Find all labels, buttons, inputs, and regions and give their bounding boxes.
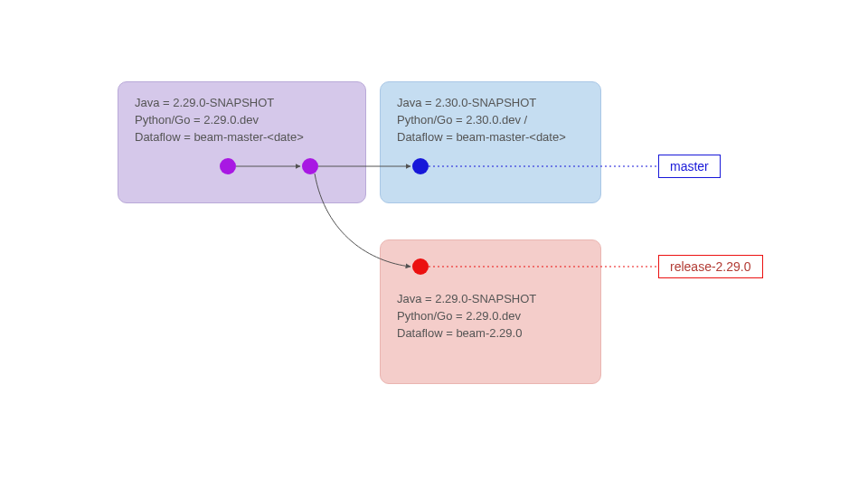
branch-label-release: release-2.29.0 — [658, 255, 763, 278]
branch-label-text: master — [670, 159, 709, 174]
python-go-version: Python/Go = 2.29.0.dev — [135, 112, 349, 129]
commit-pre-2 — [302, 158, 318, 174]
java-version: Java = 2.29.0-SNAPSHOT — [397, 291, 584, 308]
commit-release — [412, 258, 429, 275]
dataflow-version: Dataflow = beam-master-<date> — [135, 129, 349, 146]
commit-pre-1 — [220, 158, 236, 174]
java-version: Java = 2.29.0-SNAPSHOT — [135, 95, 349, 112]
diagram-canvas: Java = 2.29.0-SNAPSHOT Python/Go = 2.29.… — [0, 0, 868, 488]
box-pre-branch: Java = 2.29.0-SNAPSHOT Python/Go = 2.29.… — [118, 81, 366, 203]
java-version: Java = 2.30.0-SNAPSHOT — [397, 95, 584, 112]
python-go-version: Python/Go = 2.29.0.dev — [397, 308, 584, 325]
box-master-next: Java = 2.30.0-SNAPSHOT Python/Go = 2.30.… — [380, 81, 601, 203]
python-go-version: Python/Go = 2.30.0.dev / — [397, 112, 584, 129]
branch-label-text: release-2.29.0 — [670, 259, 751, 274]
dataflow-version: Dataflow = beam-2.29.0 — [397, 325, 584, 343]
dataflow-version: Dataflow = beam-master-<date> — [397, 129, 584, 146]
commit-master — [412, 158, 429, 174]
branch-label-master: master — [658, 155, 721, 178]
